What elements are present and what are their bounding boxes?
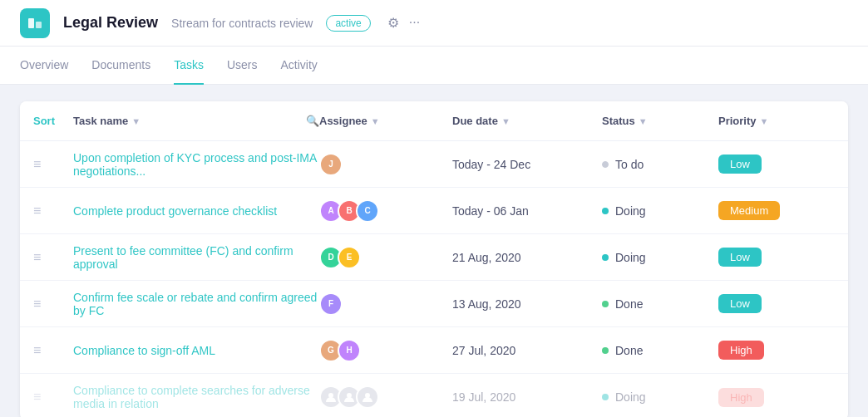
app-title: Legal Review	[63, 14, 158, 32]
tab-users[interactable]: Users	[227, 47, 258, 85]
header-actions[interactable]: ⚙ ···	[387, 15, 420, 31]
sort-label: Sort	[33, 115, 55, 127]
task-table: Sort Task name ▼ 🔍 Assignee ▼ Due date ▼…	[20, 101, 848, 417]
avatar: H	[338, 339, 361, 362]
status-dot	[602, 394, 609, 400]
status-label: Status	[602, 115, 635, 127]
table-row: ≡Upon completion of KYC process and post…	[20, 141, 848, 188]
task-name-cell: Confirm fee scale or rebate and confirm …	[73, 291, 319, 317]
main-content: Sort Task name ▼ 🔍 Assignee ▼ Due date ▼…	[0, 85, 868, 417]
table-body: ≡Upon completion of KYC process and post…	[20, 141, 848, 417]
active-badge: active	[326, 15, 370, 32]
table-row: ≡Compliance to sign-off AMLGH27 Jul, 202…	[20, 327, 848, 374]
task-name-cell: Present to fee committee (FC) and confir…	[73, 244, 319, 271]
status-text: To do	[615, 158, 644, 171]
status-col-header[interactable]: Status ▼	[602, 115, 718, 127]
duedate-filter-icon: ▼	[501, 116, 510, 126]
svg-rect-0	[28, 18, 34, 28]
avatar: E	[338, 246, 361, 269]
task-link[interactable]: Compliance to sign-off AML	[73, 344, 215, 357]
assignee-cell: DE	[319, 246, 452, 269]
drag-handle[interactable]: ≡	[33, 157, 73, 172]
priority-cell: Medium	[718, 201, 835, 220]
app-logo	[20, 8, 50, 38]
table-row: ≡Confirm fee scale or rebate and confirm…	[20, 281, 848, 327]
priority-badge: High	[718, 341, 764, 360]
taskname-sort-icon: ▼	[131, 116, 141, 126]
task-link[interactable]: Compliance to complete searches for adve…	[73, 384, 310, 410]
priority-badge: Medium	[718, 201, 780, 220]
status-dot	[602, 301, 609, 307]
duedate-label: Due date	[452, 115, 498, 127]
due-date-cell: 19 Jul, 2020	[452, 390, 602, 404]
app-header: Legal Review Stream for contracts review…	[0, 0, 868, 47]
due-date-cell: Today - 24 Dec	[452, 158, 602, 171]
taskname-label: Task name	[73, 115, 128, 127]
priority-badge: High	[718, 388, 764, 407]
status-filter-icon: ▼	[639, 116, 648, 126]
settings-icon[interactable]: ⚙	[387, 15, 399, 31]
table-row: ≡Compliance to complete searches for adv…	[20, 374, 848, 417]
drag-handle[interactable]: ≡	[33, 297, 73, 312]
table-row: ≡Complete product governance checklistAB…	[20, 188, 848, 234]
table-row: ≡Present to fee committee (FC) and confi…	[20, 234, 848, 281]
priority-cell: High	[718, 341, 835, 360]
due-date-cell: Today - 06 Jan	[452, 204, 602, 218]
duedate-col-header[interactable]: Due date ▼	[452, 115, 602, 127]
tab-overview[interactable]: Overview	[20, 47, 68, 85]
task-link[interactable]: Present to fee committee (FC) and confir…	[73, 244, 293, 271]
svg-rect-1	[36, 22, 42, 28]
app-subtitle: Stream for contracts review	[171, 17, 313, 30]
priority-filter-icon: ▼	[760, 116, 769, 126]
table-header: Sort Task name ▼ 🔍 Assignee ▼ Due date ▼…	[20, 101, 848, 141]
avatar: F	[319, 292, 343, 316]
assignee-cell: ABC	[319, 199, 452, 223]
task-name-cell: Compliance to complete searches for adve…	[73, 384, 319, 410]
status-cell: To do	[602, 158, 718, 171]
status-dot	[602, 208, 609, 214]
status-cell: Done	[602, 297, 718, 311]
status-text: Doing	[615, 251, 646, 264]
priority-badge: Low	[718, 155, 762, 174]
taskname-col-header[interactable]: Task name ▼ 🔍	[73, 115, 319, 127]
due-date-cell: 27 Jul, 2020	[452, 344, 602, 357]
status-text: Doing	[615, 390, 646, 404]
nav-tabs: Overview Documents Tasks Users Activity	[0, 47, 868, 85]
tab-tasks[interactable]: Tasks	[174, 47, 204, 85]
task-name-cell: Compliance to sign-off AML	[73, 344, 319, 357]
tab-documents[interactable]: Documents	[91, 47, 150, 85]
status-text: Doing	[615, 204, 646, 218]
search-icon[interactable]: 🔍	[306, 115, 319, 127]
priority-col-header[interactable]: Priority ▼	[718, 115, 835, 127]
assignee-label: Assignee	[319, 115, 367, 127]
priority-cell: Low	[718, 248, 835, 267]
priority-cell: Low	[718, 155, 835, 174]
assignee-filter-icon: ▼	[371, 116, 380, 126]
priority-cell: Low	[718, 294, 835, 313]
avatar: J	[319, 153, 343, 176]
sort-col[interactable]: Sort	[33, 115, 73, 127]
avatar	[356, 385, 379, 409]
assignee-cell	[319, 385, 452, 409]
status-dot	[602, 347, 609, 354]
task-link[interactable]: Confirm fee scale or rebate and confirm …	[73, 291, 317, 317]
assignee-cell: GH	[319, 339, 452, 362]
more-icon[interactable]: ···	[409, 15, 420, 31]
drag-handle[interactable]: ≡	[33, 250, 73, 265]
priority-label: Priority	[718, 115, 757, 127]
drag-handle[interactable]: ≡	[33, 390, 73, 405]
task-link[interactable]: Complete product governance checklist	[73, 204, 277, 218]
status-cell: Doing	[602, 204, 718, 218]
task-link[interactable]: Upon completion of KYC process and post-…	[73, 151, 317, 178]
status-cell: Doing	[602, 390, 718, 404]
priority-badge: Low	[718, 248, 762, 267]
drag-handle[interactable]: ≡	[33, 204, 73, 218]
assignee-col-header[interactable]: Assignee ▼	[319, 115, 452, 127]
tab-activity[interactable]: Activity	[281, 47, 318, 85]
task-name-cell: Complete product governance checklist	[73, 204, 319, 218]
drag-handle[interactable]: ≡	[33, 343, 73, 358]
status-cell: Doing	[602, 251, 718, 264]
status-dot	[602, 254, 609, 261]
status-cell: Done	[602, 344, 718, 357]
status-dot	[602, 161, 609, 168]
